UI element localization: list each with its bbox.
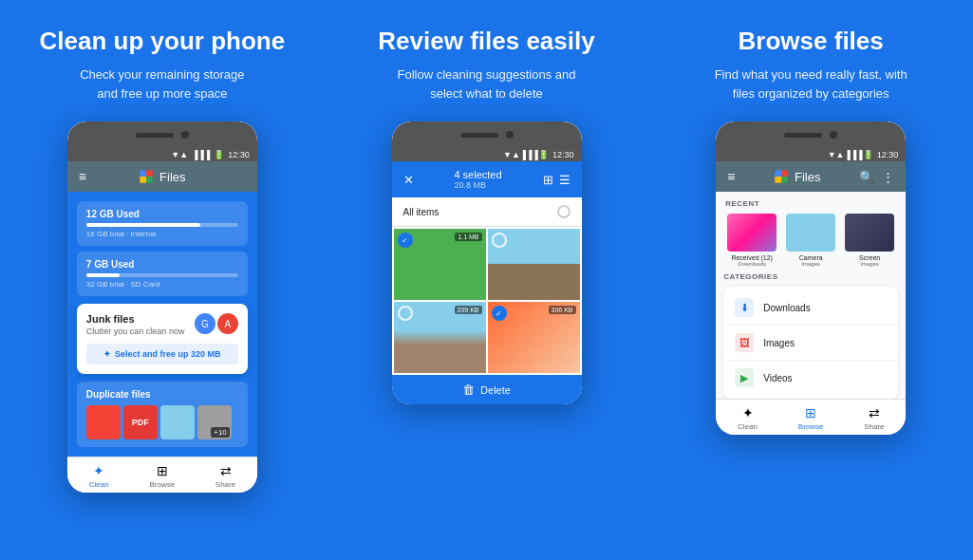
browse-nav-icon: ⊞ xyxy=(157,463,168,478)
panel-clean: Clean up your phone Check your remaining… xyxy=(0,0,325,560)
nav-share[interactable]: ⇄ Share xyxy=(194,463,257,489)
videos-label: Videos xyxy=(763,373,792,383)
panel-review: Review files easily Follow cleaning sugg… xyxy=(325,0,649,560)
phone2-top xyxy=(392,121,582,148)
clean-nav-label: Clean xyxy=(89,480,109,489)
p3-files-logo: Files xyxy=(774,169,820,184)
phone3-bottom-nav: ✦ Clean ⊞ Browse ⇄ Share xyxy=(716,399,906,435)
check-empty-2 xyxy=(492,233,507,248)
phone1-navbar: ≡ Files xyxy=(67,161,257,192)
delete-label: Delete xyxy=(480,384,511,396)
nav-clean[interactable]: ✦ Clean xyxy=(67,463,131,489)
grid-icon: ⊞ xyxy=(543,173,553,187)
clean-nav-icon: ✦ xyxy=(93,463,104,478)
svg-rect-1 xyxy=(146,171,153,177)
downloads-label: Downloads xyxy=(763,303,810,313)
svg-rect-2 xyxy=(140,177,146,183)
phone2-camera xyxy=(506,131,514,139)
p3-share-nav-icon: ⇄ xyxy=(869,405,880,420)
cat-videos[interactable]: ▶ Videos xyxy=(723,361,898,395)
p3-status-icons: ▼▲▐▐▐🔋 xyxy=(828,150,873,159)
storage2-label: 7 GB Used xyxy=(86,259,238,270)
dup-title: Duplicate files xyxy=(86,389,238,400)
more-icon[interactable]: ⋮ xyxy=(882,170,894,184)
junk-title: Junk files xyxy=(86,313,185,325)
check-icon-4: ✓ xyxy=(496,309,502,318)
junk-subtitle: Clutter you can clean now xyxy=(86,327,185,336)
all-items-text: All items xyxy=(403,207,440,217)
svg-rect-3 xyxy=(146,177,153,183)
dup-img-1 xyxy=(86,405,121,439)
phone3-camera xyxy=(830,131,837,139)
phone1-statusbar: ▼▲ ▐▐▐ 🔋 12:30 xyxy=(67,148,257,161)
p3-nav-share[interactable]: ⇄ Share xyxy=(843,405,907,431)
storage1-detail: 16 GB total · Internal xyxy=(86,230,238,238)
phone3-content: RECENT Received (12) Downloads Camera Im… xyxy=(716,192,906,399)
img3-size: 306 KB xyxy=(549,306,576,314)
storage1-label: 12 GB Used xyxy=(86,209,238,219)
p3-status-time: 12:30 xyxy=(877,150,899,159)
phone1-bottom-nav: ✦ Clean ⊞ Browse ⇄ Share xyxy=(67,457,257,493)
recent-item-2-name: Camera xyxy=(799,254,823,261)
p3-browse-nav-icon: ⊞ xyxy=(805,405,816,420)
recent-item-3-sub: Images xyxy=(860,261,879,267)
phone3-navbar: ≡ Files 🔍 ⋮ xyxy=(716,161,906,192)
phone1: ▼▲ ▐▐▐ 🔋 12:30 ≡ Files 12 GB Used xyxy=(67,121,257,493)
img2-size: 209 KB xyxy=(455,306,482,314)
phone2: ▼▲▐▐▐🔋 12:30 ✕ 4 selected 20.8 MB ⊞ ☰ Al… xyxy=(392,121,582,404)
grid-img-2 xyxy=(488,229,580,300)
recent-section: RECENT Received (12) Downloads Camera Im… xyxy=(716,192,906,272)
status-icons: ▼▲ xyxy=(171,150,188,159)
junk-icon-1: G xyxy=(195,313,215,334)
cat-downloads[interactable]: ⬇ Downloads xyxy=(723,290,898,326)
select-free-button[interactable]: ✦ Select and free up 320 MB xyxy=(86,344,238,364)
dup-img-2: PDF xyxy=(123,405,158,439)
recent-item-1-sub: Downloads xyxy=(738,261,766,267)
p2-status-time: 12:30 xyxy=(552,150,574,159)
p3-clean-nav-label: Clean xyxy=(738,422,758,431)
recent-item-3-name: Screen xyxy=(859,254,880,261)
hamburger-icon: ≡ xyxy=(79,169,86,184)
battery-icon: 🔋 xyxy=(214,150,224,159)
dup-images: PDF +10 xyxy=(86,405,238,439)
phone1-top xyxy=(67,121,257,148)
phone3-top xyxy=(716,121,906,148)
panel2-subtitle: Follow cleaning suggestions andselect wh… xyxy=(398,65,576,103)
files-logo: Files xyxy=(139,169,185,184)
delete-bar[interactable]: 🗑 Delete xyxy=(392,375,582,404)
phone2-navbar: ✕ 4 selected 20.8 MB ⊞ ☰ xyxy=(392,161,582,197)
check-icon-1: ✓ xyxy=(402,236,408,245)
phone1-content: 12 GB Used 16 GB total · Internal 7 GB U… xyxy=(67,192,257,457)
search-icon[interactable]: 🔍 xyxy=(859,170,874,184)
phone3: ▼▲▐▐▐🔋 12:30 ≡ Files 🔍 ⋮ RECENT xyxy=(716,121,906,435)
svg-rect-0 xyxy=(140,171,146,177)
panel1-subtitle: Check your remaining storageand free up … xyxy=(80,65,244,103)
storage2-detail: 32 GB total · SD Card xyxy=(86,280,238,289)
cat-images[interactable]: 🖼 Images xyxy=(723,326,898,361)
p3-nav-browse[interactable]: ⊞ Browse xyxy=(779,405,843,431)
storage2-bar-bg xyxy=(86,273,238,277)
categories-label-container: CATEGORIES xyxy=(716,272,906,287)
storage1-bar-fill xyxy=(86,223,200,227)
browse-nav-label: Browse xyxy=(149,480,175,489)
p3-clean-nav-icon: ✦ xyxy=(742,405,754,420)
videos-icon: ▶ xyxy=(735,368,754,387)
p3-nav-clean[interactable]: ✦ Clean xyxy=(716,405,779,431)
recent-thumb-2 xyxy=(786,214,835,252)
delete-icon: 🗑 xyxy=(462,383,475,397)
dup-img-3 xyxy=(160,405,195,439)
phone3-speaker xyxy=(784,133,822,138)
sparkle-icon: ✦ xyxy=(103,349,111,359)
grid-img-1: ✓ 1.1 MB xyxy=(394,229,486,300)
p3-files-logo-text: Files xyxy=(795,170,820,184)
duplicate-section: Duplicate files PDF +10 xyxy=(77,382,248,447)
nav-browse[interactable]: ⊞ Browse xyxy=(131,463,195,489)
p2-status-icons: ▼▲▐▐▐🔋 xyxy=(503,150,549,159)
check-empty-3 xyxy=(398,306,413,321)
phone2-speaker xyxy=(460,133,498,138)
panel3-title: Browse files xyxy=(739,27,884,56)
phone2-statusbar: ▼▲▐▐▐🔋 12:30 xyxy=(392,148,582,161)
select-free-label: Select and free up 320 MB xyxy=(115,349,221,359)
recent-item-1-name: Received (12) xyxy=(731,254,773,261)
svg-rect-7 xyxy=(781,177,788,183)
